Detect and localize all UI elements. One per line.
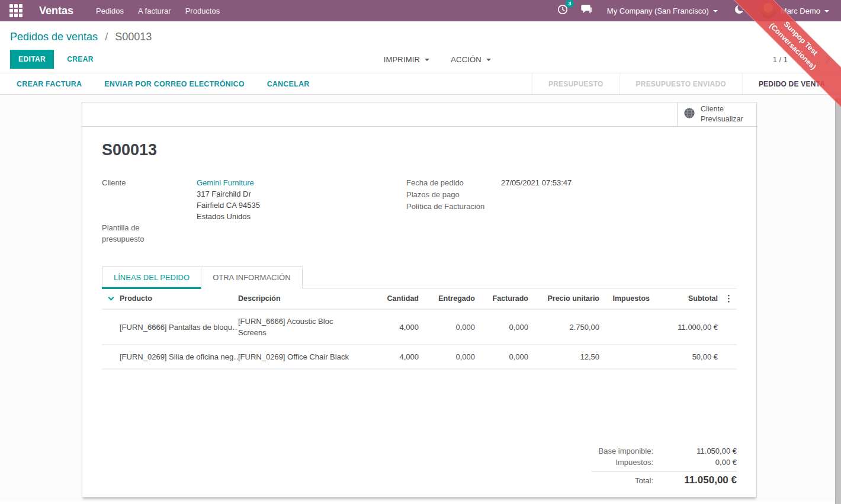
- customer-address-line1: 317 Fairchild Dr: [197, 188, 406, 200]
- user-name-label: Marc Demo: [781, 7, 820, 15]
- customer-field-value: Gemini Furniture 317 Fairchild Dr Fairfi…: [197, 177, 406, 222]
- header-impuestos[interactable]: Impuestos: [599, 294, 650, 303]
- user-avatar[interactable]: [760, 3, 776, 18]
- customer-preview-label: Cliente Previsualizar: [701, 104, 743, 124]
- apps-menu-icon[interactable]: [9, 4, 23, 17]
- activity-count-badge: 3: [566, 0, 574, 8]
- action-dropdown-label: ACCIÓN: [451, 55, 482, 64]
- activities-button[interactable]: 3: [551, 4, 574, 17]
- tab-other-info[interactable]: OTRA INFORMACIÓN: [201, 267, 302, 288]
- statusbar: CREAR FACTURA ENVIAR POR CORREO ELECTRÓN…: [0, 73, 841, 95]
- cell-producto[interactable]: [FURN_0269] Silla de oficina neg…: [120, 352, 238, 361]
- cell-entregado[interactable]: 0,000: [419, 323, 475, 332]
- field-group-left: Cliente Gemini Furniture 317 Fairchild D…: [102, 177, 406, 245]
- total-label: Total:: [576, 476, 653, 485]
- app-name[interactable]: Ventas: [39, 5, 73, 17]
- empty-lines-area: [102, 370, 737, 445]
- cell-producto[interactable]: [FURN_6666] Pantallas de bloqu…: [120, 323, 238, 332]
- sheet-body: S00013 Cliente Gemini Furniture 317 Fair…: [82, 127, 756, 487]
- user-menu[interactable]: Marc Demo: [781, 7, 829, 15]
- header-producto[interactable]: Producto: [120, 294, 238, 303]
- edit-button[interactable]: EDITAR: [10, 50, 54, 69]
- messages-button[interactable]: [574, 5, 599, 17]
- total-value: 11.050,00 €: [653, 474, 737, 486]
- breadcrumb-separator: /: [105, 31, 108, 43]
- invoicing-policy-value: [501, 201, 737, 213]
- table-row[interactable]: [FURN_0269] Silla de oficina neg… [FURN_…: [102, 345, 737, 370]
- cell-precio-unitario[interactable]: 2.750,00: [528, 323, 599, 332]
- cell-entregado[interactable]: 0,000: [419, 352, 475, 361]
- pager-next-button[interactable]: [823, 56, 830, 63]
- control-panel: Pedidos de ventas / S00013 EDITAR CREAR …: [0, 21, 841, 73]
- payment-terms-value[interactable]: [501, 189, 737, 201]
- company-switcher[interactable]: My Company (San Francisco): [607, 7, 718, 15]
- cell-facturado[interactable]: 0,000: [475, 323, 528, 332]
- taxes-row: Impuestos: 0,00 €: [576, 457, 737, 468]
- payment-terms-label: Plazos de pago: [406, 189, 501, 201]
- menu-productos[interactable]: Productos: [185, 7, 220, 15]
- cell-precio-unitario[interactable]: 12,50: [528, 352, 599, 361]
- untaxed-amount-row: Base imponible: 11.050,00 €: [576, 445, 737, 457]
- optional-columns-kebab-icon[interactable]: ⋮: [718, 293, 733, 304]
- cell-descripcion[interactable]: [FURN_6666] Acoustic Bloc Screens: [238, 316, 365, 338]
- cell-cantidad[interactable]: 4,000: [365, 352, 419, 361]
- chevron-down-icon: [713, 10, 718, 12]
- breadcrumb-parent-link[interactable]: Pedidos de ventas: [10, 31, 98, 43]
- state-pedido-de-venta[interactable]: PEDIDO DE VENTA: [742, 73, 841, 94]
- table-row[interactable]: [FURN_6666] Pantallas de bloqu… [FURN_66…: [102, 310, 737, 345]
- cell-facturado[interactable]: 0,000: [475, 352, 528, 361]
- pager-previous-button[interactable]: [802, 56, 810, 63]
- company-name: My Company (San Francisco): [607, 7, 709, 15]
- header-cantidad[interactable]: Cantidad: [365, 294, 419, 303]
- invoicing-policy-label: Política de Facturación: [406, 201, 501, 213]
- order-sheet: Cliente Previsualizar S00013 Cliente Gem…: [82, 102, 757, 497]
- top-navbar: Ventas Pedidos A facturar Productos 3 My…: [0, 0, 841, 21]
- chevron-down-icon: [824, 10, 829, 12]
- cancel-button[interactable]: CANCELAR: [267, 80, 310, 88]
- customer-preview-button[interactable]: Cliente Previsualizar: [677, 102, 756, 126]
- vertical-scrollbar[interactable]: [835, 98, 841, 504]
- order-date-label: Fecha de pedido: [406, 177, 501, 189]
- order-date-value: 27/05/2021 07:53:47: [501, 177, 737, 189]
- customer-address-line2: Fairfield CA 94535: [197, 200, 406, 211]
- state-presupuesto-enviado[interactable]: PRESUPUESTO ENVIADO: [619, 73, 742, 94]
- action-dropdown[interactable]: ACCIÓN: [451, 55, 491, 64]
- quotation-template-label: Plantilla de presupuesto: [102, 222, 168, 245]
- moon-icon: [734, 4, 744, 17]
- quotation-template-value[interactable]: [197, 222, 406, 245]
- header-subtotal[interactable]: Subtotal: [650, 294, 718, 303]
- table-header-row: Producto Descripción Cantidad Entregado …: [102, 288, 737, 310]
- customer-link[interactable]: Gemini Furniture: [197, 177, 406, 188]
- navbar-systray: 3 My Company (San Francisco): [551, 3, 835, 18]
- totals-divider: [592, 471, 737, 471]
- header-facturado[interactable]: Facturado: [475, 294, 528, 303]
- control-panel-center: IMPRIMIR ACCIÓN: [102, 55, 773, 64]
- customer-address-line3: Estados Unidos: [197, 211, 406, 222]
- cell-subtotal[interactable]: 11.000,00 €: [650, 323, 718, 332]
- total-row: Total: 11.050,00 €: [576, 473, 737, 487]
- menu-a-facturar[interactable]: A facturar: [138, 7, 171, 15]
- create-invoice-button[interactable]: CREAR FACTURA: [17, 80, 82, 88]
- header-entregado[interactable]: Entregado: [419, 294, 475, 303]
- state-presupuesto[interactable]: PRESUPUESTO: [532, 73, 619, 94]
- send-by-email-button[interactable]: ENVIAR POR CORREO ELECTRÓNICO: [104, 80, 244, 88]
- print-dropdown[interactable]: IMPRIMIR: [384, 55, 430, 64]
- cell-subtotal[interactable]: 50,00 €: [650, 352, 718, 361]
- order-title: S00013: [102, 141, 737, 159]
- globe-icon: [683, 107, 695, 121]
- preview-label-line2: Previsualizar: [701, 115, 743, 123]
- statusbar-actions: CREAR FACTURA ENVIAR POR CORREO ELECTRÓN…: [0, 73, 532, 94]
- pager: 1 / 1: [773, 55, 829, 64]
- sort-column-header[interactable]: [102, 297, 120, 300]
- cell-cantidad[interactable]: 4,000: [365, 323, 419, 332]
- header-descripcion[interactable]: Descripción: [238, 293, 365, 304]
- header-precio-unitario[interactable]: Precio unitario: [528, 294, 599, 303]
- field-groups: Cliente Gemini Furniture 317 Fairchild D…: [102, 177, 737, 245]
- menu-pedidos[interactable]: Pedidos: [96, 7, 124, 15]
- cell-descripcion[interactable]: [FURN_0269] Office Chair Black: [238, 351, 365, 362]
- tab-order-lines[interactable]: LÍNEAS DEL PEDIDO: [102, 267, 201, 288]
- create-button[interactable]: CREAR: [59, 50, 102, 69]
- chat-bubble-icon: [581, 5, 592, 17]
- dark-mode-toggle[interactable]: [727, 4, 751, 17]
- form-view-content: Cliente Previsualizar S00013 Cliente Gem…: [0, 95, 841, 502]
